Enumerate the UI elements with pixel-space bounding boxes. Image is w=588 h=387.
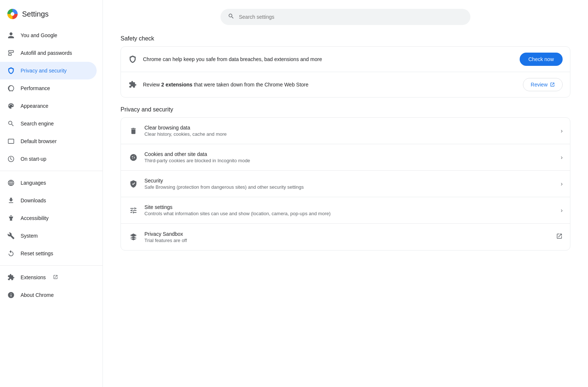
trash-icon <box>128 126 139 136</box>
search-input[interactable] <box>239 14 463 20</box>
extensions-icon <box>7 274 15 281</box>
sliders-icon <box>128 205 139 216</box>
sidebar-item-label: Languages <box>21 180 46 186</box>
sidebar-item-label: Extensions <box>21 274 46 280</box>
appearance-icon <box>7 102 15 110</box>
sandbox-icon <box>128 232 139 242</box>
sidebar-item-system[interactable]: System <box>0 227 97 245</box>
sidebar-divider <box>0 171 103 171</box>
extensions-review-text-before: Review <box>143 82 161 88</box>
settings-row-content: Privacy Sandbox Trial features are off <box>144 231 550 243</box>
settings-row-title: Cookies and other site data <box>144 151 555 157</box>
settings-row-content: Cookies and other site data Third-party … <box>144 151 555 163</box>
autofill-icon <box>7 49 15 57</box>
settings-row-title: Site settings <box>144 204 555 210</box>
svg-point-5 <box>132 158 133 159</box>
person-icon <box>7 32 15 39</box>
about-chrome-icon <box>7 291 15 299</box>
sidebar-divider-2 <box>0 265 103 266</box>
external-link-icon <box>53 274 58 281</box>
settings-row-subtitle: Third-party cookies are blocked in Incog… <box>144 158 555 163</box>
settings-row-site-settings[interactable]: Site settings Controls what information … <box>121 197 570 224</box>
safety-check-card: Chrome can help keep you safe from data … <box>121 46 570 97</box>
svg-point-0 <box>10 215 11 216</box>
sidebar-header: Settings <box>0 6 103 26</box>
svg-point-4 <box>134 157 135 158</box>
settings-row-subtitle: Safe Browsing (protection from dangerous… <box>144 184 555 190</box>
settings-row-clear-browsing-data[interactable]: Clear browsing data Clear history, cooki… <box>121 118 570 144</box>
sidebar-item-label: System <box>21 233 38 239</box>
safety-check-section: Safety check Chrome can help keep you sa… <box>121 35 570 97</box>
sidebar-item-reset-settings[interactable]: Reset settings <box>0 245 97 262</box>
search-icon <box>228 13 234 21</box>
app-title: Settings <box>22 10 49 18</box>
sidebar-item-label: About Chrome <box>21 292 54 298</box>
sidebar-item-about-chrome[interactable]: About Chrome <box>0 286 97 304</box>
settings-row-privacy-sandbox[interactable]: Privacy Sandbox Trial features are off <box>121 224 570 250</box>
sidebar-item-appearance[interactable]: Appearance <box>0 97 97 115</box>
sidebar-item-label: Autofill and passwords <box>21 50 72 56</box>
chevron-right-icon: › <box>561 128 563 134</box>
sidebar: Settings You and Google Autofill and pas… <box>0 0 103 387</box>
sidebar-item-label: You and Google <box>21 32 57 38</box>
startup-icon <box>7 155 15 163</box>
search-bar <box>220 9 470 25</box>
security-shield-icon <box>128 179 139 189</box>
sidebar-item-extensions[interactable]: Extensions <box>0 269 97 286</box>
browser-icon <box>7 138 15 145</box>
sidebar-item-languages[interactable]: Languages <box>0 174 97 192</box>
chevron-right-icon: › <box>561 154 563 161</box>
download-icon <box>7 197 15 204</box>
globe-icon <box>7 179 15 187</box>
settings-row-content: Security Safe Browsing (protection from … <box>144 178 555 190</box>
extensions-review-text-after: that were taken down from the Chrome Web… <box>193 82 309 88</box>
settings-row-subtitle: Trial features are off <box>144 238 550 243</box>
review-button[interactable]: Review <box>523 78 563 91</box>
sidebar-item-search-engine[interactable]: Search engine <box>0 115 97 132</box>
settings-row-cookies[interactable]: Cookies and other site data Third-party … <box>121 144 570 171</box>
sidebar-item-default-browser[interactable]: Default browser <box>0 132 97 150</box>
check-now-button[interactable]: Check now <box>520 53 563 66</box>
settings-row-content: Clear browsing data Clear history, cooki… <box>144 125 555 137</box>
main-content: Safety check Chrome can help keep you sa… <box>103 0 588 387</box>
sidebar-item-accessibility[interactable]: Accessibility <box>0 209 97 227</box>
settings-row-subtitle: Controls what information sites can use … <box>144 211 555 216</box>
settings-row-security[interactable]: Security Safe Browsing (protection from … <box>121 171 570 197</box>
settings-row-title: Security <box>144 178 555 184</box>
sidebar-item-performance[interactable]: Performance <box>0 79 97 97</box>
safety-check-title: Safety check <box>121 35 570 42</box>
sidebar-item-label: Appearance <box>21 103 49 109</box>
safety-check-row-main: Chrome can help keep you safe from data … <box>121 47 570 72</box>
extensions-count: 2 extensions <box>161 82 193 88</box>
sidebar-item-you-and-google[interactable]: You and Google <box>0 26 97 44</box>
search-icon <box>7 120 15 127</box>
sidebar-item-label: Accessibility <box>21 215 49 221</box>
search-bar-wrapper <box>121 9 570 25</box>
sidebar-item-privacy-and-security[interactable]: Privacy and security <box>0 62 97 79</box>
accessibility-icon <box>7 214 15 222</box>
system-icon <box>7 232 15 239</box>
settings-row-title: Privacy Sandbox <box>144 231 550 237</box>
settings-row-subtitle: Clear history, cookies, cache and more <box>144 131 555 137</box>
chevron-right-icon: › <box>561 181 563 187</box>
sidebar-item-label: Performance <box>21 85 50 91</box>
sidebar-item-on-startup[interactable]: On start-up <box>0 150 97 168</box>
sidebar-item-autofill-and-passwords[interactable]: Autofill and passwords <box>0 44 97 62</box>
settings-row-title: Clear browsing data <box>144 125 555 131</box>
safety-shield-icon <box>128 55 137 64</box>
cookie-icon <box>128 152 139 163</box>
performance-icon <box>7 85 15 92</box>
chrome-logo-icon <box>7 9 18 19</box>
privacy-security-list: Clear browsing data Clear history, cooki… <box>121 117 570 251</box>
reset-icon <box>7 250 15 257</box>
svg-point-2 <box>132 156 133 157</box>
svg-point-1 <box>130 154 137 160</box>
sidebar-item-label: Reset settings <box>21 251 53 256</box>
extensions-warning-icon <box>128 80 137 89</box>
settings-row-content: Site settings Controls what information … <box>144 204 555 216</box>
sidebar-item-downloads[interactable]: Downloads <box>0 192 97 209</box>
privacy-security-title: Privacy and security <box>121 106 570 113</box>
extensions-review-text: Review 2 extensions that were taken down… <box>143 81 517 89</box>
sidebar-item-label: Downloads <box>21 198 46 203</box>
review-button-label: Review <box>531 82 548 88</box>
